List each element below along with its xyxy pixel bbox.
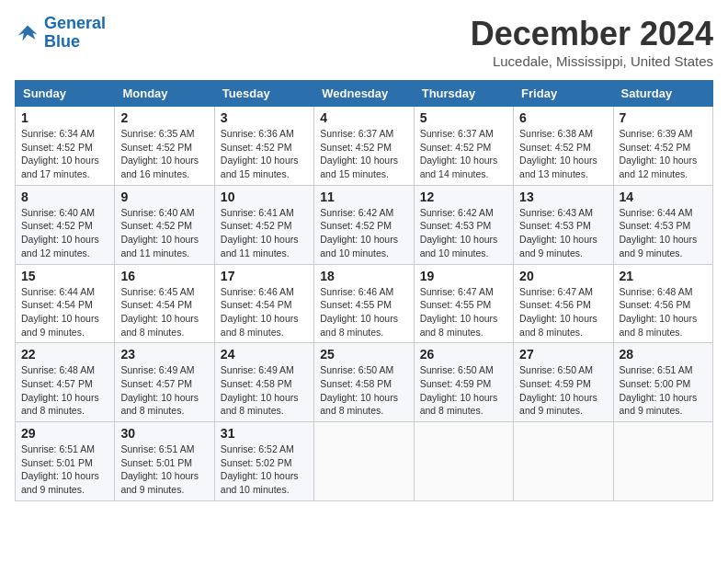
day-detail: Sunrise: 6:51 AMSunset: 5:01 PMDaylight:… [21,442,108,497]
day-detail: Sunrise: 6:51 AMSunset: 5:00 PMDaylight:… [620,363,707,418]
day-detail: Sunrise: 6:50 AMSunset: 4:58 PMDaylight:… [320,363,407,418]
day-detail: Sunrise: 6:47 AMSunset: 4:56 PMDaylight:… [519,285,607,339]
day-number: 11 [320,190,407,204]
weekday-header-row: SundayMondayTuesdayWednesdayThursdayFrid… [16,81,713,107]
day-number: 29 [21,426,108,441]
location-title: Lucedale, Mississippi, United States [471,53,713,69]
calendar-cell: 31Sunrise: 6:52 AMSunset: 5:02 PMDayligh… [214,422,313,501]
calendar-week-row: 15Sunrise: 6:44 AMSunset: 4:54 PMDayligh… [16,264,713,343]
day-detail: Sunrise: 6:42 AMSunset: 4:52 PMDaylight:… [320,206,407,260]
day-number: 27 [519,347,607,362]
day-detail: Sunrise: 6:38 AMSunset: 4:52 PMDaylight:… [519,127,607,181]
day-number: 5 [420,110,507,125]
calendar-cell: 8Sunrise: 6:40 AMSunset: 4:52 PMDaylight… [16,185,115,264]
day-number: 14 [620,190,707,204]
day-number: 9 [120,190,208,204]
calendar-cell: 23Sunrise: 6:49 AMSunset: 4:57 PMDayligh… [115,343,214,422]
day-number: 15 [21,269,108,283]
day-number: 28 [620,347,707,362]
day-detail: Sunrise: 6:49 AMSunset: 4:57 PMDaylight:… [120,363,208,418]
calendar-cell: 25Sunrise: 6:50 AMSunset: 4:58 PMDayligh… [314,343,414,422]
day-number: 31 [221,426,308,441]
day-detail: Sunrise: 6:39 AMSunset: 4:52 PMDaylight:… [620,127,707,181]
weekday-header-wednesday: Wednesday [314,81,414,107]
weekday-header-friday: Friday [514,81,613,107]
calendar-cell: 19Sunrise: 6:47 AMSunset: 4:55 PMDayligh… [414,264,513,343]
calendar-cell: 9Sunrise: 6:40 AMSunset: 4:52 PMDaylight… [115,185,214,264]
day-number: 26 [420,347,507,362]
day-detail: Sunrise: 6:48 AMSunset: 4:57 PMDaylight:… [21,363,108,418]
day-number: 12 [420,190,507,204]
calendar-cell: 28Sunrise: 6:51 AMSunset: 5:00 PMDayligh… [613,343,712,422]
day-number: 19 [420,269,507,283]
day-number: 24 [221,347,308,362]
day-detail: Sunrise: 6:52 AMSunset: 5:02 PMDaylight:… [221,442,308,497]
calendar-cell [414,422,513,501]
day-detail: Sunrise: 6:46 AMSunset: 4:54 PMDaylight:… [221,285,308,339]
calendar-cell [514,422,613,501]
calendar-week-row: 1Sunrise: 6:34 AMSunset: 4:52 PMDaylight… [16,107,713,186]
calendar-table: SundayMondayTuesdayWednesdayThursdayFrid… [15,80,713,501]
day-detail: Sunrise: 6:41 AMSunset: 4:52 PMDaylight:… [221,206,308,260]
calendar-cell: 18Sunrise: 6:46 AMSunset: 4:55 PMDayligh… [314,264,414,343]
calendar-cell: 11Sunrise: 6:42 AMSunset: 4:52 PMDayligh… [314,185,414,264]
day-detail: Sunrise: 6:40 AMSunset: 4:52 PMDaylight:… [21,206,108,260]
calendar-cell: 21Sunrise: 6:48 AMSunset: 4:56 PMDayligh… [613,264,712,343]
day-detail: Sunrise: 6:46 AMSunset: 4:55 PMDaylight:… [320,285,407,339]
day-number: 8 [21,190,108,204]
day-detail: Sunrise: 6:44 AMSunset: 4:54 PMDaylight:… [21,285,108,339]
calendar-cell: 10Sunrise: 6:41 AMSunset: 4:52 PMDayligh… [214,185,313,264]
day-number: 18 [320,269,407,283]
calendar-cell: 17Sunrise: 6:46 AMSunset: 4:54 PMDayligh… [214,264,313,343]
day-detail: Sunrise: 6:34 AMSunset: 4:52 PMDaylight:… [21,127,108,181]
day-number: 3 [221,110,308,125]
calendar-cell: 7Sunrise: 6:39 AMSunset: 4:52 PMDaylight… [613,107,712,186]
day-number: 23 [120,347,208,362]
calendar-week-row: 22Sunrise: 6:48 AMSunset: 4:57 PMDayligh… [16,343,713,422]
day-number: 30 [120,426,208,441]
day-detail: Sunrise: 6:50 AMSunset: 4:59 PMDaylight:… [420,363,507,418]
calendar-cell: 22Sunrise: 6:48 AMSunset: 4:57 PMDayligh… [16,343,115,422]
day-number: 16 [120,269,208,283]
calendar-cell: 13Sunrise: 6:43 AMSunset: 4:53 PMDayligh… [514,185,613,264]
calendar-week-row: 8Sunrise: 6:40 AMSunset: 4:52 PMDaylight… [16,185,713,264]
day-detail: Sunrise: 6:43 AMSunset: 4:53 PMDaylight:… [519,206,607,260]
day-detail: Sunrise: 6:42 AMSunset: 4:53 PMDaylight:… [420,206,507,260]
day-number: 25 [320,347,407,362]
day-detail: Sunrise: 6:47 AMSunset: 4:55 PMDaylight:… [420,285,507,339]
calendar-cell: 4Sunrise: 6:37 AMSunset: 4:52 PMDaylight… [314,107,414,186]
title-section: December 2024 Lucedale, Mississippi, Uni… [471,15,713,69]
logo: General Blue [15,15,106,52]
calendar-cell: 27Sunrise: 6:50 AMSunset: 4:59 PMDayligh… [514,343,613,422]
calendar-cell: 16Sunrise: 6:45 AMSunset: 4:54 PMDayligh… [115,264,214,343]
day-detail: Sunrise: 6:50 AMSunset: 4:59 PMDaylight:… [519,363,607,418]
logo-bird-icon [15,20,40,46]
day-detail: Sunrise: 6:51 AMSunset: 5:01 PMDaylight:… [120,442,208,497]
day-number: 20 [519,269,607,283]
weekday-header-sunday: Sunday [16,81,115,107]
calendar-cell: 29Sunrise: 6:51 AMSunset: 5:01 PMDayligh… [16,422,115,501]
day-detail: Sunrise: 6:44 AMSunset: 4:53 PMDaylight:… [620,206,707,260]
day-detail: Sunrise: 6:35 AMSunset: 4:52 PMDaylight:… [120,127,208,181]
calendar-cell: 5Sunrise: 6:37 AMSunset: 4:52 PMDaylight… [414,107,513,186]
day-number: 2 [120,110,208,125]
day-number: 17 [221,269,308,283]
day-number: 7 [620,110,707,125]
month-title: December 2024 [471,15,713,53]
calendar-cell: 20Sunrise: 6:47 AMSunset: 4:56 PMDayligh… [514,264,613,343]
calendar-cell: 26Sunrise: 6:50 AMSunset: 4:59 PMDayligh… [414,343,513,422]
calendar-cell [613,422,712,501]
calendar-cell: 24Sunrise: 6:49 AMSunset: 4:58 PMDayligh… [214,343,313,422]
calendar-cell: 1Sunrise: 6:34 AMSunset: 4:52 PMDaylight… [16,107,115,186]
day-detail: Sunrise: 6:48 AMSunset: 4:56 PMDaylight:… [620,285,707,339]
day-detail: Sunrise: 6:49 AMSunset: 4:58 PMDaylight:… [221,363,308,418]
logo-text: General Blue [44,15,106,52]
calendar-cell [314,422,414,501]
day-number: 21 [620,269,707,283]
weekday-header-tuesday: Tuesday [214,81,313,107]
day-detail: Sunrise: 6:37 AMSunset: 4:52 PMDaylight:… [320,127,407,181]
weekday-header-monday: Monday [115,81,214,107]
day-number: 10 [221,190,308,204]
calendar-cell: 15Sunrise: 6:44 AMSunset: 4:54 PMDayligh… [16,264,115,343]
calendar-cell: 12Sunrise: 6:42 AMSunset: 4:53 PMDayligh… [414,185,513,264]
